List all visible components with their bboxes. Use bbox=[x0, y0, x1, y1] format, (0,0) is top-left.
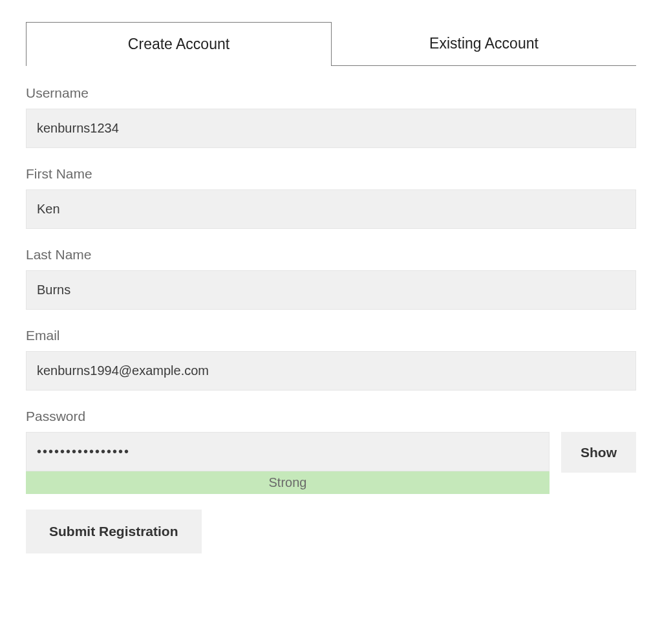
email-input[interactable] bbox=[26, 351, 636, 391]
password-input-wrap: Strong bbox=[26, 432, 550, 494]
field-username: Username bbox=[26, 85, 636, 148]
tab-create-account[interactable]: Create Account bbox=[26, 22, 332, 66]
last-name-input[interactable] bbox=[26, 270, 636, 310]
password-label: Password bbox=[26, 409, 636, 424]
password-row: Strong Show bbox=[26, 432, 636, 494]
username-input[interactable] bbox=[26, 109, 636, 148]
account-tabs: Create Account Existing Account bbox=[26, 22, 636, 66]
first-name-label: First Name bbox=[26, 166, 636, 182]
submit-registration-button[interactable]: Submit Registration bbox=[26, 510, 202, 553]
field-last-name: Last Name bbox=[26, 247, 636, 310]
show-password-button[interactable]: Show bbox=[561, 432, 636, 473]
email-label: Email bbox=[26, 328, 636, 343]
username-label: Username bbox=[26, 85, 636, 101]
first-name-input[interactable] bbox=[26, 189, 636, 229]
password-input[interactable] bbox=[26, 432, 550, 471]
create-account-form: Username First Name Last Name Email Pass… bbox=[26, 66, 636, 553]
tab-existing-account[interactable]: Existing Account bbox=[332, 22, 636, 66]
password-strength-indicator: Strong bbox=[26, 471, 550, 494]
last-name-label: Last Name bbox=[26, 247, 636, 263]
field-password: Password Strong Show bbox=[26, 409, 636, 494]
field-email: Email bbox=[26, 328, 636, 391]
field-first-name: First Name bbox=[26, 166, 636, 229]
